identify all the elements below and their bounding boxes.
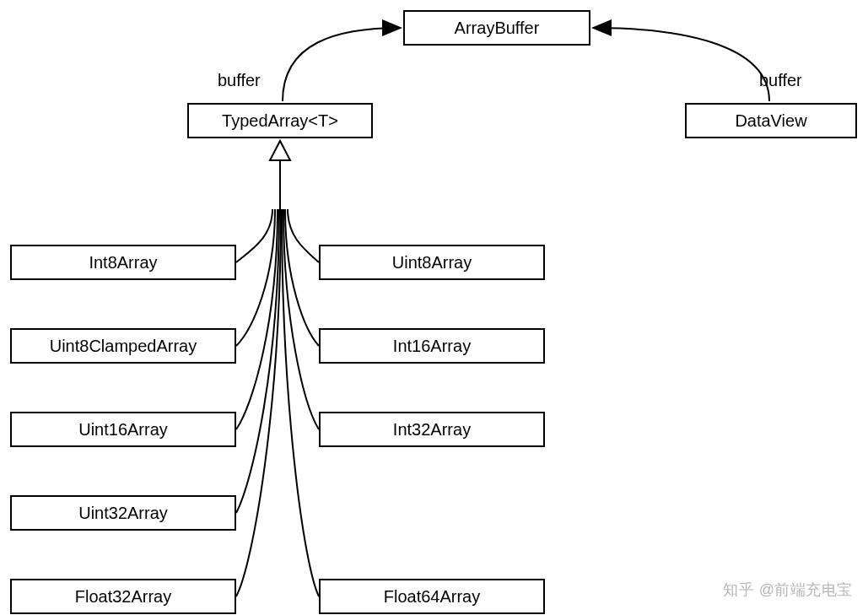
node-subclass: Uint8ClampedArray <box>10 328 236 364</box>
node-label: Int32Array <box>393 420 471 440</box>
node-typedarray: TypedArray<T> <box>187 103 373 138</box>
node-label: Uint16Array <box>78 420 168 440</box>
node-label: Uint32Array <box>78 504 168 523</box>
node-label: TypedArray<T> <box>222 111 338 131</box>
node-label: Float32Array <box>75 587 172 607</box>
node-label: Uint8ClampedArray <box>50 337 197 356</box>
node-dataview: DataView <box>685 103 857 138</box>
node-label: ArrayBuffer <box>455 19 540 38</box>
node-subclass: Float32Array <box>10 579 236 614</box>
node-label: Uint8Array <box>392 253 472 272</box>
node-label: Int16Array <box>393 337 471 356</box>
node-subclass: Uint32Array <box>10 495 236 531</box>
edge-label-left: buffer <box>218 71 261 90</box>
node-label: DataView <box>735 111 806 131</box>
node-subclass: Float64Array <box>319 579 545 614</box>
node-label: Int8Array <box>89 253 157 272</box>
node-subclass: Uint8Array <box>319 245 545 280</box>
node-subclass: Int32Array <box>319 412 545 447</box>
node-subclass: Uint16Array <box>10 412 236 447</box>
node-subclass: Int16Array <box>319 328 545 364</box>
edge-label-right: buffer <box>759 71 802 90</box>
node-label: Float64Array <box>384 587 481 607</box>
watermark: 知乎 @前端充电宝 <box>723 580 853 600</box>
node-subclass: Int8Array <box>10 245 236 280</box>
node-arraybuffer: ArrayBuffer <box>403 10 590 46</box>
